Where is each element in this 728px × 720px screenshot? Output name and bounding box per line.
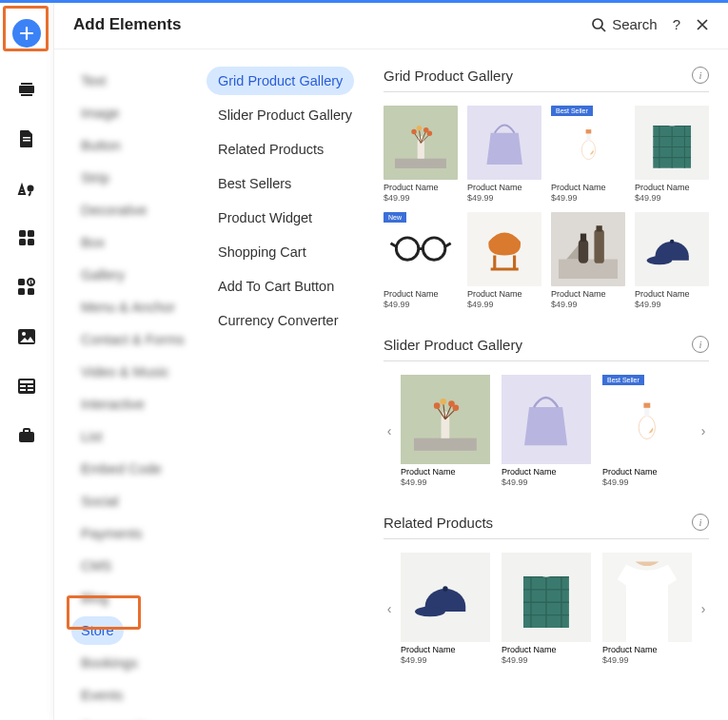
search-button[interactable]: Search [591,16,658,32]
category-embed-code[interactable]: Embed Code [71,455,197,483]
category-image[interactable]: Image [71,99,197,127]
subcategory-shopping-cart[interactable]: Shopping Cart [207,238,368,266]
subcategory-product-widget[interactable]: Product Widget [207,204,368,232]
info-icon[interactable]: i [692,67,709,84]
slider-next-arrow[interactable]: › [698,423,709,438]
search-label: Search [612,16,658,32]
product-card[interactable]: Product Name$49.99 [467,212,541,309]
category-decorative[interactable]: Decorative [71,196,197,224]
product-price: $49.99 [467,193,541,203]
product-badge: Best Seller [551,106,593,116]
category-payments[interactable]: Payments [71,519,197,548]
product-card[interactable]: Product Name$49.99 [551,212,625,309]
subcategory-grid-product-gallery[interactable]: Grid Product Gallery [207,67,354,95]
product-card[interactable]: Product Name$49.99 [502,375,591,487]
section-icon[interactable] [15,78,38,101]
category-list[interactable]: List [71,422,197,451]
product-name: Product Name [551,289,625,299]
category-cms[interactable]: CMS [71,552,197,580]
product-image: Best Seller [602,375,692,464]
media-icon[interactable] [15,325,38,348]
panel-header: Add Elements Search ? [54,0,728,49]
product-card[interactable]: Product Name$49.99 [602,553,692,665]
svg-rect-9 [28,239,34,245]
svg-rect-34 [579,240,588,263]
product-name: Product Name [401,645,490,654]
subcategory-best-sellers[interactable]: Best Sellers [207,169,368,198]
product-price: $49.99 [401,477,490,487]
category-social[interactable]: Social [71,487,197,516]
app-market-icon[interactable] [15,276,38,299]
related-products-row[interactable]: ‹ Product Name$49.99Product Name$49.99Pr… [384,553,709,665]
related-prev-arrow[interactable]: ‹ [384,601,395,616]
category-bookings[interactable]: Bookings [71,649,197,677]
cms-icon[interactable] [15,375,38,398]
subcategory-currency-converter[interactable]: Currency Converter [207,306,368,335]
product-card[interactable]: Product Name$49.99 [384,106,458,203]
related-next-arrow[interactable]: › [698,601,709,616]
category-text[interactable]: Text [71,67,197,95]
product-card[interactable]: Product Name$49.99 [401,375,490,487]
svg-point-22 [593,19,602,29]
product-name: Product Name [384,289,458,299]
category-gallery[interactable]: Gallery [71,261,197,289]
svg-point-32 [423,238,444,260]
business-icon[interactable] [15,424,38,447]
category-events[interactable]: Events [71,681,197,710]
product-image: Best Seller [551,106,625,180]
product-card[interactable]: Best SellerProduct Name$49.99 [602,375,692,487]
design-icon[interactable] [15,177,38,200]
product-badge: Best Seller [602,375,644,385]
page-icon[interactable] [15,127,38,150]
product-image [467,212,541,286]
svg-rect-4 [23,140,30,142]
svg-rect-33 [559,259,618,279]
svg-point-42 [434,402,441,409]
product-card[interactable]: Product Name$49.99 [635,106,709,203]
product-image [602,553,692,642]
product-name: Product Name [602,467,692,477]
product-card[interactable]: Product Name$49.99 [502,553,591,665]
svg-rect-18 [28,385,33,387]
subcategory-add-to-cart-button[interactable]: Add To Cart Button [207,272,368,301]
category-button[interactable]: Button [71,131,197,160]
svg-rect-37 [596,225,601,231]
category-video-music[interactable]: Video & Music [71,358,197,386]
svg-rect-20 [28,389,33,391]
product-price: $49.99 [602,477,692,487]
product-card[interactable]: Product Name$49.99 [401,553,490,665]
product-name: Product Name [401,467,490,477]
category-community[interactable]: Community [71,713,197,720]
product-card[interactable]: Product Name$49.99 [635,212,709,309]
category-box[interactable]: Box [71,228,197,257]
subcategory-slider-product-gallery[interactable]: Slider Product Gallery [207,101,368,129]
slider-prev-arrow[interactable]: ‹ [384,423,395,438]
close-button[interactable] [696,18,709,31]
category-interactive[interactable]: Interactive [71,390,197,418]
product-name: Product Name [551,183,625,192]
svg-rect-30 [585,129,591,133]
grid-products[interactable]: Product Name$49.99Product Name$49.99Best… [384,106,709,309]
apps-icon[interactable] [15,226,38,249]
svg-rect-10 [18,279,25,285]
category-menu-anchor[interactable]: Menu & Anchor [71,293,197,321]
svg-point-44 [441,399,447,405]
svg-point-39 [670,240,674,243]
svg-point-5 [28,185,34,192]
svg-point-48 [415,606,445,616]
help-button[interactable]: ? [673,16,680,32]
product-card[interactable]: NewProduct Name$49.99 [384,212,458,309]
product-price: $49.99 [602,655,692,665]
category-contact-forms[interactable]: Contact & Forms [71,325,197,354]
section-slider-gallery: Slider Product Gallery i ‹ Product Name$… [384,336,709,487]
category-strip[interactable]: Strip [71,164,197,192]
info-icon[interactable]: i [692,336,709,353]
info-icon[interactable]: i [692,514,709,531]
product-card[interactable]: Product Name$49.99 [467,106,541,203]
subcategory-related-products[interactable]: Related Products [207,135,368,164]
svg-point-49 [443,586,447,591]
product-card[interactable]: Best SellerProduct Name$49.99 [551,106,625,203]
product-price: $49.99 [502,477,591,487]
product-name: Product Name [635,289,709,299]
slider-products-row[interactable]: ‹ Product Name$49.99Product Name$49.99Be… [384,375,709,487]
